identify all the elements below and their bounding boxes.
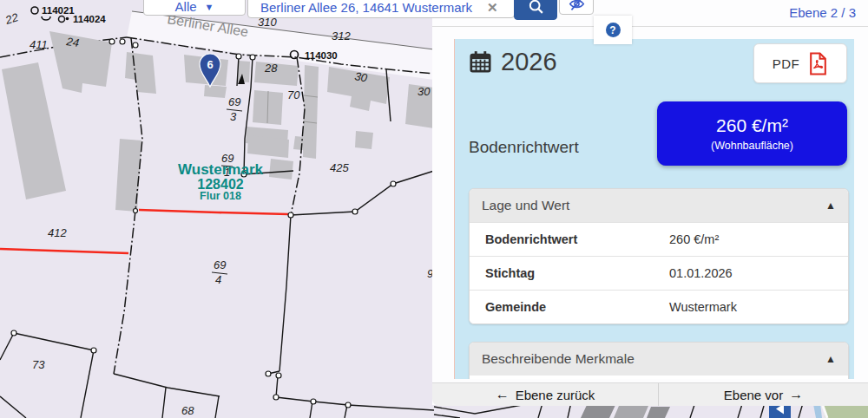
svg-text:Wustermark: Wustermark bbox=[178, 161, 263, 178]
table-row: Gemeinde Wustermark bbox=[470, 290, 848, 323]
brw-usage-type: (Wohnbaufläche) bbox=[711, 140, 793, 152]
toggle-visibility-button[interactable] bbox=[559, 0, 594, 15]
arrow-left-icon: ← bbox=[496, 387, 510, 402]
marker-label: 114024 bbox=[73, 14, 106, 24]
collapse-icon[interactable]: ▲ bbox=[825, 353, 836, 365]
marker-label: 114021 bbox=[42, 5, 75, 16]
brw-detail-panel: 2026 PDF Bodenrichtwert 260 €/m² (Wohnba… bbox=[454, 39, 854, 379]
svg-text:Flur 018: Flur 018 bbox=[200, 190, 241, 202]
parcel-label: 312 bbox=[332, 29, 351, 42]
layer-navigation: ← Ebene zurück Ebene vor → bbox=[432, 382, 868, 406]
pdf-button-label: PDF bbox=[773, 56, 800, 71]
row-value: Wustermark bbox=[669, 300, 737, 314]
search-button[interactable] bbox=[514, 0, 557, 20]
house-number: 24 bbox=[65, 35, 80, 49]
chevron-down-icon: ▼ bbox=[205, 2, 214, 13]
pdf-export-button[interactable]: PDF bbox=[753, 43, 847, 83]
layer-forward-button[interactable]: Ebene vor → bbox=[659, 383, 868, 406]
section-lage-und-wert: Lage und Wert ▲ Bodenrichtwert 260 €/m² … bbox=[469, 188, 849, 324]
row-label: Stichtag bbox=[470, 266, 669, 280]
arrow-right-icon: → bbox=[789, 387, 803, 402]
svg-text:4: 4 bbox=[215, 273, 221, 286]
svg-text:3: 3 bbox=[230, 110, 237, 123]
table-row: Bodenrichtwert 260 €/m² bbox=[470, 222, 848, 256]
parcel-label: 425 bbox=[330, 161, 349, 174]
brw-value: 260 €/m² bbox=[716, 115, 788, 136]
section-header[interactable]: Beschreibende Merkmale ▲ bbox=[470, 343, 848, 376]
calendar-icon bbox=[469, 50, 492, 74]
row-value: 260 €/m² bbox=[669, 232, 719, 246]
category-dropdown[interactable]: Alle ▼ bbox=[143, 0, 246, 16]
section-header[interactable]: Lage und Wert ▲ bbox=[470, 189, 848, 222]
marker-label: 114030 bbox=[305, 50, 338, 61]
layer-indicator: Ebene 2 / 3 bbox=[789, 5, 856, 20]
house-number: 28 bbox=[264, 62, 278, 75]
section-title: Lage und Wert bbox=[482, 198, 569, 213]
row-value: 01.01.2026 bbox=[669, 266, 733, 280]
row-label: Gemeinde bbox=[470, 300, 669, 314]
svg-text:69: 69 bbox=[214, 258, 226, 271]
year-display: 2026 bbox=[469, 48, 557, 76]
parcel-label: 68 bbox=[181, 404, 194, 417]
layer-back-button[interactable]: ← Ebene zurück bbox=[432, 383, 659, 406]
info-panel: Ebene 2 / 3 ? 2026 PDF Bodenrichtwert bbox=[432, 0, 868, 405]
svg-text:69: 69 bbox=[228, 95, 240, 108]
section-beschreibende-merkmale: Beschreibende Merkmale ▲ bbox=[469, 342, 849, 379]
search-input[interactable] bbox=[260, 0, 482, 15]
parcel-label: 411 bbox=[30, 38, 48, 51]
collapse-icon[interactable]: ▲ bbox=[825, 199, 836, 212]
house-number: 70 bbox=[287, 88, 300, 101]
pin-number: 6 bbox=[207, 58, 213, 71]
parcel-label: 412 bbox=[48, 226, 67, 239]
parcel-label: 30 bbox=[418, 85, 431, 98]
clear-search-icon[interactable]: ✕ bbox=[487, 1, 498, 15]
section-title: Beschreibende Merkmale bbox=[482, 351, 635, 367]
row-label: Bodenrichtwert bbox=[470, 232, 669, 246]
address-search-field[interactable]: ✕ bbox=[247, 0, 515, 18]
table-row: Stichtag 01.01.2026 bbox=[470, 256, 848, 290]
parcel-label: 73 bbox=[32, 358, 45, 371]
brw-value-badge: 260 €/m² (Wohnbaufläche) bbox=[657, 101, 847, 166]
help-button[interactable]: ? bbox=[594, 16, 632, 44]
layer-forward-label: Ebene vor bbox=[724, 388, 783, 402]
help-icon[interactable]: ? bbox=[606, 23, 621, 37]
pdf-file-icon bbox=[808, 52, 828, 75]
search-icon bbox=[528, 0, 544, 15]
layer-back-label: Ebene zurück bbox=[516, 388, 595, 402]
brw-label: Bodenrichtwert bbox=[469, 138, 579, 157]
category-dropdown-label: Alle bbox=[175, 0, 197, 13]
eye-slash-icon bbox=[568, 0, 586, 12]
brw-year: 2026 bbox=[501, 48, 557, 76]
